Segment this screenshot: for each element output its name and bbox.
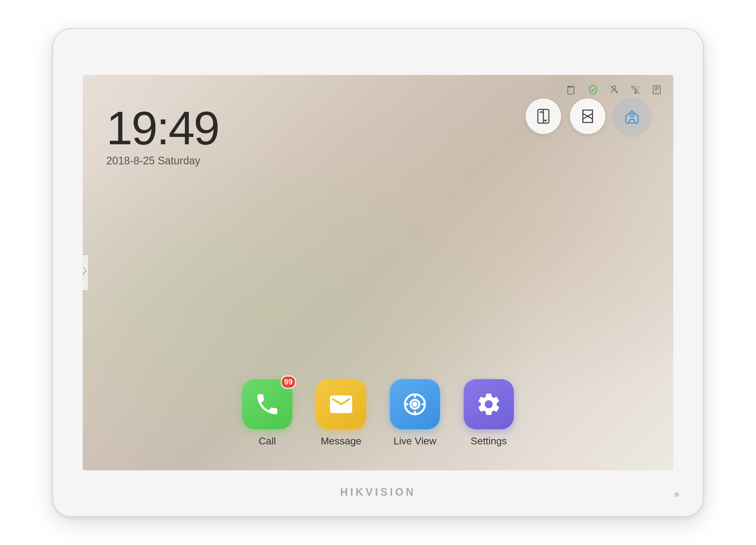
svg-text:!: ! [656, 90, 657, 93]
elevator-button[interactable] [526, 99, 561, 134]
device-screen: ! [83, 75, 673, 470]
person-off-icon [607, 82, 622, 97]
wifi-off-icon [628, 82, 643, 97]
time-section: 19:49 2018-8-25 Saturday [106, 105, 219, 167]
apps-row: 99 Call Message [83, 379, 673, 447]
side-notch-button[interactable] [83, 255, 88, 290]
svg-point-23 [630, 113, 634, 117]
panel-warning-icon: ! [649, 82, 664, 97]
settings-app[interactable]: Settings [464, 379, 514, 447]
message-app[interactable]: Message [316, 379, 366, 447]
home-button[interactable] [614, 99, 650, 134]
message-icon-bg [316, 379, 366, 429]
svg-point-8 [635, 92, 636, 94]
led-indicator [674, 492, 679, 497]
liveview-app[interactable]: Live View [390, 379, 440, 447]
call-label: Call [259, 435, 276, 447]
quick-actions [526, 99, 650, 134]
device-body: ! [53, 29, 703, 516]
time-display: 19:49 [106, 105, 219, 152]
status-bar: ! [564, 82, 664, 97]
settings-icon-bg [464, 379, 514, 429]
liveview-label: Live View [394, 435, 436, 447]
liveview-icon-bg [390, 379, 440, 429]
svg-line-7 [611, 86, 618, 93]
call-app[interactable]: 99 Call [242, 379, 292, 447]
shield-check-icon [585, 82, 601, 97]
svg-text:!: ! [569, 89, 570, 93]
sd-card-warning-icon: ! [564, 82, 579, 97]
svg-point-26 [413, 402, 416, 406]
lightbulb-icon [83, 267, 87, 278]
call-badge: 99 [281, 376, 296, 389]
call-icon-bg: 99 [242, 379, 292, 429]
settings-label: Settings [471, 435, 507, 447]
brand-name: HIKVISION [340, 486, 416, 498]
intercom-button[interactable] [570, 99, 605, 134]
message-label: Message [321, 435, 361, 447]
date-display: 2018-8-25 Saturday [106, 155, 219, 167]
